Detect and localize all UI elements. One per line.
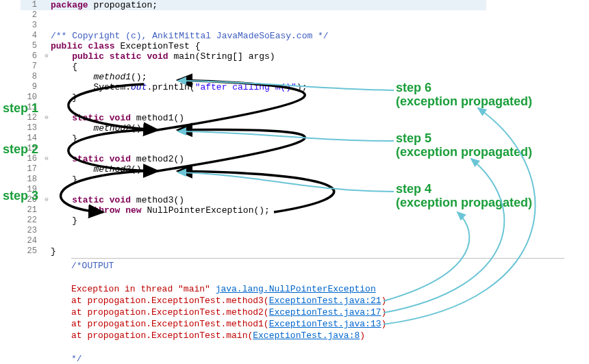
code-line-5: public class ExceptionTest { [51,41,486,51]
stacktrace-line-2: at propogation.ExceptionTest.method2(Exc… [71,307,486,318]
step5-label: step 5(exception propagated) [396,131,532,159]
code-line-12: static void method1() [51,113,486,123]
step6-label: step 6(exception propagated) [396,81,532,108]
exception-header: Exception in thread "main" java.lang.Nul… [71,283,486,295]
step2-label: step 2 [3,142,38,157]
code-line-17: method3(); [51,164,486,174]
step1-label: step 1 [3,101,38,116]
code-line-4: /** Copyright (c), AnkitMittal JavaMadeS… [51,31,486,41]
code-line-1: package propogation; [51,0,486,10]
code-line-6: public static void main(String[] args) [51,51,486,62]
stacktrace-line-4: at propogation.ExceptionTest.main(Except… [71,330,486,341]
step4-label: step 4(exception propagated) [396,182,532,209]
stacktrace-line-1: at propogation.ExceptionTest.method3(Exc… [71,295,486,307]
stacktrace-line-3: at propogation.ExceptionTest.method1(Exc… [71,318,486,330]
step3-label: step 3 [3,189,38,203]
output-block: /*OUTPUT Exception in thread "main" java… [71,260,486,364]
